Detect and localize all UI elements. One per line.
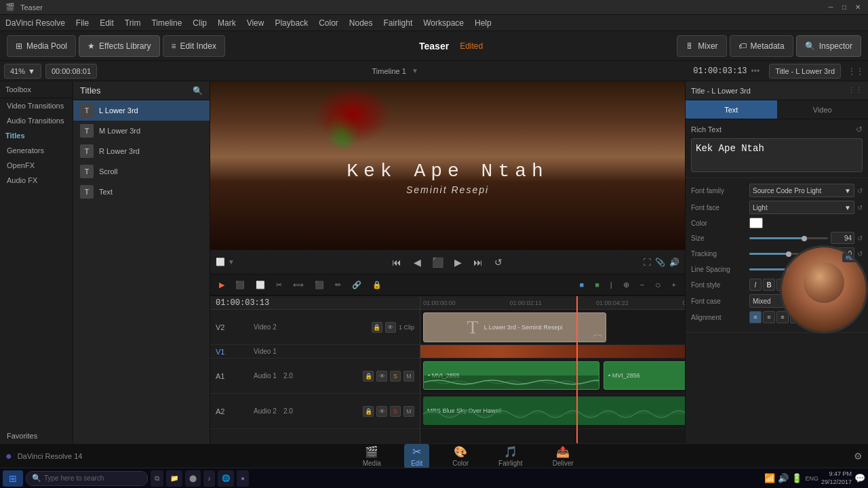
minimize-btn[interactable]: ─ bbox=[826, 3, 835, 12]
a1-eye-btn[interactable]: 👁 bbox=[376, 371, 387, 382]
resolve-btn[interactable]: ● bbox=[237, 470, 249, 487]
a1-lock-btn[interactable]: 🔒 bbox=[363, 371, 374, 382]
stop-btn[interactable]: ⬛ bbox=[429, 254, 446, 270]
timecode-display[interactable]: 00:00:08:01 bbox=[45, 64, 97, 79]
lang-indicator[interactable]: ENG bbox=[805, 475, 818, 482]
winamp-btn[interactable]: ♪ bbox=[203, 470, 215, 487]
start-button[interactable]: ⊞ bbox=[3, 470, 23, 487]
menu-view[interactable]: View bbox=[247, 18, 264, 28]
font-bold-btn[interactable]: B bbox=[763, 279, 775, 291]
menu-file[interactable]: File bbox=[76, 18, 89, 28]
clip-audio-a2[interactable]: MRS Blue Sky Over Hawaii bbox=[423, 396, 685, 425]
network-icon[interactable]: 📶 bbox=[764, 473, 775, 483]
mixer-btn[interactable]: 🎚 Mixer bbox=[677, 35, 726, 57]
menu-nodes[interactable]: Nodes bbox=[349, 18, 373, 28]
inspector-menu-icon[interactable]: ⋮⋮ bbox=[848, 66, 864, 76]
menu-mark[interactable]: Mark bbox=[218, 18, 236, 28]
inspector-more-icon[interactable]: ⋮⋮ bbox=[848, 86, 863, 95]
loop-btn[interactable]: ↺ bbox=[490, 254, 507, 270]
menu-edit[interactable]: Edit bbox=[100, 18, 114, 28]
tab-text[interactable]: Text bbox=[686, 100, 777, 119]
go-to-end-btn[interactable]: ⏭ bbox=[470, 254, 486, 270]
snap-icon[interactable]: | bbox=[607, 279, 616, 291]
minus-icon[interactable]: − bbox=[637, 279, 648, 291]
rich-text-reset-icon[interactable]: ↺ bbox=[856, 125, 863, 134]
a2-lock-btn[interactable]: 🔒 bbox=[363, 406, 374, 417]
task-view-btn[interactable]: ⧉ bbox=[151, 470, 163, 487]
file-explorer-btn[interactable]: 📁 bbox=[166, 470, 182, 487]
a1-s-btn[interactable]: S bbox=[390, 371, 401, 382]
sidebar-item-openfx[interactable]: OpenFX bbox=[0, 158, 73, 173]
media-pool-btn[interactable]: ⊞ Media Pool bbox=[7, 35, 76, 57]
effects-library-btn[interactable]: ★ Effects Library bbox=[79, 35, 159, 57]
plus-icon[interactable]: + bbox=[669, 279, 679, 291]
go-to-start-btn[interactable]: ⏮ bbox=[389, 254, 405, 270]
menu-fairlight[interactable]: Fairlight bbox=[384, 18, 413, 28]
maximize-btn[interactable]: □ bbox=[840, 3, 849, 12]
clip-audio-a1-2[interactable]: • MVI_2856 bbox=[604, 361, 685, 390]
sidebar-item-video-transitions[interactable]: Video Transitions bbox=[0, 98, 73, 113]
rich-text-input[interactable]: Kek Ape Ntah bbox=[691, 138, 863, 172]
close-btn[interactable]: ✕ bbox=[853, 3, 863, 12]
slip-tool-icon[interactable]: ⟺ bbox=[290, 279, 307, 291]
tracking-slider-thumb[interactable] bbox=[786, 251, 791, 257]
clip-icon[interactable]: 📎 bbox=[655, 258, 665, 267]
zoom-timeline-icon[interactable]: ○ bbox=[652, 277, 664, 292]
color-square-icon[interactable]: ■ bbox=[576, 279, 587, 291]
titles-search-icon[interactable]: 🔍 bbox=[193, 86, 203, 96]
zoom-control[interactable]: 41% ▼ bbox=[4, 64, 41, 79]
font-family-select[interactable]: Source Code Pro Light ▼ bbox=[749, 184, 854, 197]
align-center-btn[interactable]: ≡ bbox=[763, 311, 775, 323]
size-reset-icon[interactable]: ↺ bbox=[857, 235, 863, 242]
size-slider[interactable] bbox=[749, 237, 828, 239]
font-family-reset-icon[interactable]: ↺ bbox=[857, 187, 863, 195]
link-icon[interactable]: 🔗 bbox=[349, 279, 365, 291]
trim-tool-icon[interactable]: ⬛ bbox=[232, 279, 248, 291]
v2-eye-btn[interactable]: 👁 bbox=[385, 322, 396, 333]
sidebar-item-generators[interactable]: Generators bbox=[0, 143, 73, 158]
select-tool-icon[interactable]: ▶ bbox=[216, 279, 228, 291]
settings-icon[interactable]: ⚙ bbox=[854, 451, 863, 462]
lock-icon[interactable]: 🔒 bbox=[369, 279, 385, 291]
dv-tab-fairlight[interactable]: 🎵 Fairlight bbox=[492, 444, 530, 468]
menu-timeline[interactable]: Timeline bbox=[151, 18, 182, 28]
rewind-btn[interactable]: ◀ bbox=[409, 254, 425, 270]
play-btn[interactable]: ▶ bbox=[450, 254, 466, 270]
metadata-btn[interactable]: 🏷 Metadata bbox=[730, 35, 793, 57]
fullscreen-icon[interactable]: ⛶ bbox=[643, 258, 651, 267]
inspector-btn[interactable]: 🔍 Inspector bbox=[796, 35, 861, 57]
dv-tab-edit[interactable]: ✂ Edit bbox=[404, 444, 429, 468]
sidebar-section-titles[interactable]: Titles bbox=[0, 128, 73, 143]
more-icon[interactable]: ••• bbox=[751, 66, 760, 76]
browser-btn[interactable]: 🌐 bbox=[218, 470, 234, 487]
menu-davinci[interactable]: DaVinci Resolve bbox=[5, 18, 65, 28]
align-left-btn[interactable]: ≡ bbox=[749, 311, 762, 323]
menu-help[interactable]: Help bbox=[475, 18, 492, 28]
blade-icon[interactable]: ⬛ bbox=[311, 279, 328, 291]
a2-s-btn[interactable]: S bbox=[390, 406, 401, 417]
link2-icon[interactable]: ⊕ bbox=[620, 279, 633, 291]
dv-tab-deliver[interactable]: 📤 Deliver bbox=[546, 444, 580, 468]
size-slider-thumb[interactable] bbox=[802, 236, 807, 241]
battery-icon[interactable]: 🔋 bbox=[791, 473, 802, 483]
menu-clip[interactable]: Clip bbox=[193, 18, 207, 28]
title-item-m-lower-3rd[interactable]: T M Lower 3rd bbox=[73, 121, 210, 141]
volume-icon[interactable]: 🔊 bbox=[669, 258, 679, 267]
razor-tool-icon[interactable]: ✂ bbox=[273, 279, 285, 291]
clip-audio-a1-1[interactable]: • MVI_2855 bbox=[423, 361, 599, 390]
menu-workspace[interactable]: Workspace bbox=[423, 18, 464, 28]
pen-icon[interactable]: ✏ bbox=[332, 279, 344, 291]
timeline-label[interactable]: Timeline 1 bbox=[372, 67, 406, 75]
dv-tab-media[interactable]: 🎬 Media bbox=[356, 444, 388, 468]
v2-lock-btn[interactable]: 🔒 bbox=[372, 322, 382, 333]
a1-m-btn[interactable]: M bbox=[403, 371, 414, 382]
menu-playback[interactable]: Playback bbox=[275, 18, 308, 28]
a2-eye-btn[interactable]: 👁 bbox=[376, 406, 387, 417]
font-face-select[interactable]: Light ▼ bbox=[749, 201, 854, 214]
sidebar-item-audio-transitions[interactable]: Audio Transitions bbox=[0, 113, 73, 128]
title-item-l-lower-3rd[interactable]: T L Lower 3rd bbox=[73, 100, 210, 121]
notification-icon[interactable]: 💬 bbox=[854, 473, 865, 483]
size-value[interactable]: 94 bbox=[831, 232, 854, 244]
font-italic-btn[interactable]: I bbox=[749, 279, 762, 291]
audio-meter-icon[interactable]: ■ bbox=[591, 279, 603, 291]
